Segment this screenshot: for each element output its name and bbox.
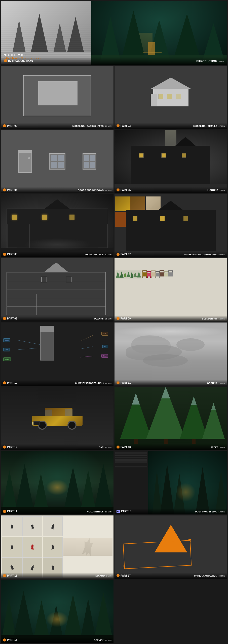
part09-title: BLENDER KIT 12 MIN	[202, 317, 225, 320]
intro-overlay: INTRODUCTION INTRODUCTION 3 MIN	[1, 57, 227, 65]
part12-thumb	[1, 387, 113, 450]
part05-thumb	[115, 130, 227, 193]
part08-thumb	[1, 258, 113, 321]
part02-overlay: PART 02 MODELING - BASIC SHAPES 10 MIN	[1, 123, 113, 129]
card-part14[interactable]: PART 14 VOLUMETRICS 16 MIN	[1, 451, 113, 514]
card-part12[interactable]: PART 12 CAR 10 MIN	[1, 387, 113, 450]
part16-part-label: PART 16	[3, 574, 17, 577]
part07-title: MATERIALS AND UNWRAPING 28 MIN	[184, 253, 225, 256]
card-part16[interactable]: PART 16 MIXAMO 5 MIN	[1, 515, 113, 579]
part07-overlay: PART 07 MATERIALS AND UNWRAPING 28 MIN	[115, 251, 227, 257]
part03-title: MODELING - DETAILS 27 MIN	[193, 125, 225, 127]
part16-title: MIXAMO 5 MIN	[95, 575, 111, 577]
part05-part-label: PART 05	[117, 188, 131, 191]
part11-title: GROUND 10 MIN	[207, 382, 225, 384]
blender-icon-18	[3, 638, 6, 641]
part10-thumb: Noise Color Output Math Mix Brick	[1, 323, 113, 386]
part02-title: MODELING - BASIC SHAPES 10 MIN	[72, 125, 111, 127]
part12-overlay: PART 12 CAR 10 MIN	[1, 444, 113, 450]
card-part07[interactable]: PART 07 MATERIALS AND UNWRAPING 28 MIN	[115, 194, 227, 257]
blender-icon-16	[3, 574, 6, 577]
card-part10[interactable]: Noise Color Output Math Mix Brick PART 1…	[1, 323, 113, 386]
blender-icon-06	[3, 253, 6, 256]
part04-overlay: PART 04 DOORS AND WINDOWS 22 MIN	[1, 187, 113, 193]
part05-overlay: PART 05 LIGHTING 7 MIN	[115, 187, 227, 193]
intro-title-label: INTRODUCTION 3 MIN	[196, 60, 224, 63]
part14-part-label: PART 14	[3, 510, 17, 513]
part17-thumb	[115, 515, 227, 579]
part15-overlay: Ae PART 15 POST-PROCESSING 19 MIN	[115, 508, 227, 514]
part18-overlay: PART 18 SCENE 2 20 MIN	[1, 637, 113, 643]
card-part03[interactable]: PART 03 MODELING - DETAILS 27 MIN	[115, 66, 227, 129]
part08-part-label: PART 08	[3, 317, 17, 320]
part09-part-label: PART 09	[117, 317, 131, 320]
part02-thumb	[1, 66, 113, 129]
part06-overlay: PART 06 ADDING DETAILS 17 MIN	[1, 251, 113, 257]
blender-icon-14	[3, 510, 6, 513]
part03-overlay: PART 03 MODELING - DETAILS 27 MIN	[115, 123, 227, 129]
part14-overlay: PART 14 VOLUMETRICS 16 MIN	[1, 508, 113, 514]
svg-line-0	[18, 340, 40, 345]
part16-overlay: PART 16 MIXAMO 5 MIN	[1, 573, 113, 579]
part12-title: CAR 10 MIN	[99, 446, 111, 449]
card-part05[interactable]: PART 05 LIGHTING 7 MIN	[115, 130, 227, 193]
blender-icon-05	[117, 188, 120, 191]
part11-thumb	[115, 323, 227, 386]
part15-thumb	[115, 451, 227, 514]
card-part06[interactable]: PART 06 ADDING DETAILS 17 MIN	[1, 194, 113, 257]
svg-line-3	[80, 347, 93, 349]
part17-title: CAMERA ANIMATION 30 MIN	[194, 575, 225, 577]
part06-thumb	[1, 194, 113, 257]
svg-line-1	[18, 348, 40, 350]
part06-part-label: PART 06	[3, 253, 17, 256]
svg-line-2	[80, 335, 93, 342]
part04-title: DOORS AND WINDOWS 22 MIN	[78, 189, 111, 191]
card-part17[interactable]: PART 17 CAMERA ANIMATION 30 MIN	[115, 515, 227, 579]
card-part04[interactable]: PART 04 DOORS AND WINDOWS 22 MIN	[1, 130, 113, 193]
blender-icon-03	[117, 124, 120, 127]
card-part15[interactable]: Ae PART 15 POST-PROCESSING 19 MIN	[115, 451, 227, 514]
part15-part-label: Ae PART 15	[117, 510, 131, 513]
card-intro[interactable]: NIGHT MIST CINEMATIC TUTORIAL INTRODUCTI…	[1, 1, 227, 65]
part13-title: TREES 8 MIN	[211, 446, 225, 449]
part10-title: CHIMNEY (PROCEDURAL) 17 MIN	[75, 382, 111, 384]
part10-overlay: PART 10 CHIMNEY (PROCEDURAL) 17 MIN	[1, 380, 113, 386]
blender-icon-07	[117, 253, 120, 256]
card-part09[interactable]: PART 09 BLENDER KIT 12 MIN	[115, 258, 227, 321]
blender-icon-17	[117, 574, 120, 577]
card-part13[interactable]: PART 13 TREES 8 MIN	[115, 387, 227, 450]
part11-part-label: PART 11	[117, 381, 131, 384]
card-part11[interactable]: PART 11 GROUND 10 MIN	[115, 323, 227, 386]
tutorial-grid: NIGHT MIST CINEMATIC TUTORIAL INTRODUCTI…	[0, 0, 228, 644]
part16-thumb	[1, 515, 113, 579]
card-part08[interactable]: PART 08 PLANKS 25 MIN	[1, 258, 113, 321]
part18-part-label: PART 18	[3, 638, 17, 641]
post-render	[148, 451, 227, 514]
part18-thumb	[1, 580, 113, 643]
part13-part-label: PART 13	[117, 446, 131, 449]
part07-thumb	[115, 194, 227, 257]
part09-overlay: PART 09 BLENDER KIT 12 MIN	[115, 315, 227, 321]
part05-title: LIGHTING 7 MIN	[207, 189, 225, 191]
blender-icon-10	[3, 381, 6, 384]
blender-icon-09	[117, 317, 120, 320]
part12-part-label: PART 12	[3, 446, 17, 449]
node-lines	[1, 323, 113, 386]
part18-title: SCENE 2 20 MIN	[94, 639, 111, 641]
part17-part-label: PART 17	[117, 574, 131, 577]
part04-part-label: PART 04	[3, 188, 17, 191]
part15-title: POST-PROCESSING 19 MIN	[195, 510, 225, 513]
blender-icon-12	[3, 446, 6, 449]
card-part02[interactable]: PART 02 MODELING - BASIC SHAPES 10 MIN	[1, 66, 113, 129]
intro-title-night: NIGHT MIST	[4, 53, 42, 57]
ae-icon-15: Ae	[117, 510, 120, 513]
svg-line-4	[80, 356, 93, 357]
part13-overlay: PART 13 TREES 8 MIN	[115, 444, 227, 450]
blender-icon-04	[3, 188, 6, 191]
blender-icon-intro	[4, 59, 7, 62]
part06-title: ADDING DETAILS 17 MIN	[85, 253, 111, 256]
part08-title: PLANKS 25 MIN	[94, 317, 111, 320]
part14-title: VOLUMETRICS 16 MIN	[87, 510, 111, 513]
blender-icon-11	[117, 381, 120, 384]
card-part18[interactable]: PART 18 SCENE 2 20 MIN	[1, 580, 113, 643]
